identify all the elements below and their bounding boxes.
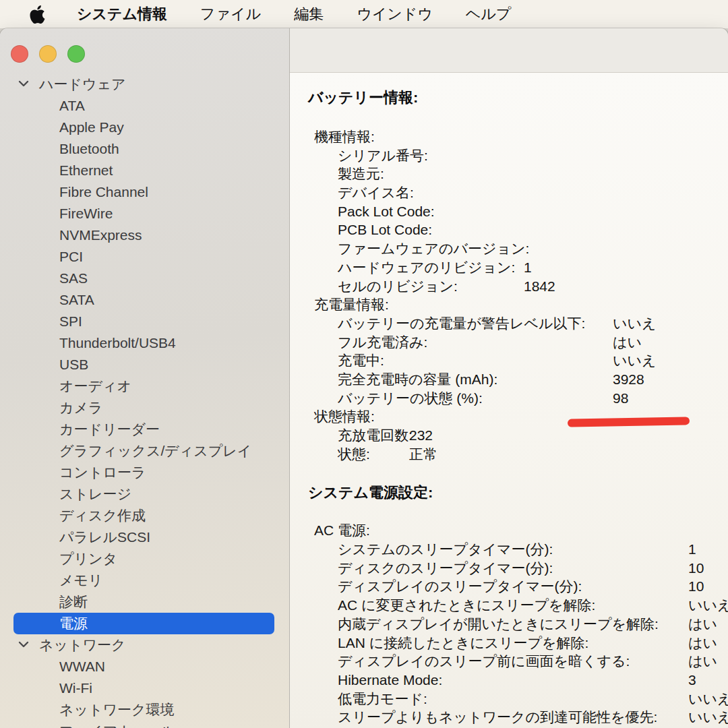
section-title: システム電源設定: xyxy=(290,483,728,502)
row-label: スリープよりもネットワークの到達可能性を優先: xyxy=(290,709,657,725)
row-label: 充放電回数: xyxy=(290,427,413,443)
sidebar-item-Fibre Channel[interactable]: Fibre Channel xyxy=(13,181,274,203)
sidebar-item-ファイアウォール[interactable]: ファイアウォール xyxy=(13,721,274,728)
sidebar-item-パラレルSCSI[interactable]: パラレルSCSI xyxy=(13,526,274,548)
menu-bar: システム情報 ファイル 編集 ウインドウ ヘルプ xyxy=(0,0,728,28)
report-row: LAN に接続したときにスリープを解除:はい xyxy=(290,634,728,653)
sidebar-item-SAS[interactable]: SAS xyxy=(13,268,274,289)
group-label: 状態情報: xyxy=(290,408,375,424)
sidebar-item-オーディオ[interactable]: オーディオ xyxy=(13,375,274,397)
sidebar-item-Thunderbolt/USB4[interactable]: Thunderbolt/USB4 xyxy=(13,332,274,354)
report-row: Hibernate Mode:3 xyxy=(290,671,728,690)
row-label: 内蔵ディスプレイが開いたときにスリープを解除: xyxy=(290,616,659,632)
report-row: 製造元: xyxy=(290,164,728,183)
report-row: 充放電回数:232 xyxy=(290,426,728,445)
row-value: 232 xyxy=(409,426,433,445)
menu-item-file[interactable]: ファイル xyxy=(200,4,261,24)
sidebar-item-カードリーダー[interactable]: カードリーダー xyxy=(13,419,274,440)
sidebar-item-ATA[interactable]: ATA xyxy=(13,95,274,117)
row-label: LAN に接続したときにスリープを解除: xyxy=(290,635,588,650)
sidebar-item-Ethernet[interactable]: Ethernet xyxy=(13,160,274,181)
sidebar-item-ストレージ[interactable]: ストレージ xyxy=(13,483,274,505)
apple-menu-icon[interactable] xyxy=(30,5,45,24)
group-label: AC 電源: xyxy=(290,522,370,538)
sidebar-item-ディスク作成[interactable]: ディスク作成 xyxy=(13,505,274,526)
report-row: ディスプレイのスリープ前に画面を暗くする:はい xyxy=(290,652,728,671)
report-row: バッテリーの充電量が警告レベル以下:いいえ xyxy=(290,314,728,333)
report-row: 完全充電時の容量 (mAh):3928 xyxy=(290,370,728,389)
section-title: バッテリー情報: xyxy=(290,88,728,107)
sidebar-item-グラフィックス/ディスプレイ[interactable]: グラフィックス/ディスプレイ xyxy=(13,440,274,462)
row-label: デバイス名: xyxy=(290,185,414,200)
sidebar-tree: ハードウェアATAApple PayBluetoothEthernetFibre… xyxy=(0,73,289,728)
sidebar-section-label: ハードウェア xyxy=(39,76,125,92)
sidebar-item-カメラ[interactable]: カメラ xyxy=(13,397,274,419)
sidebar-item-WWAN[interactable]: WWAN xyxy=(13,656,274,677)
row-label: ディスクのスリープタイマー(分): xyxy=(290,560,553,576)
sidebar-item-SATA[interactable]: SATA xyxy=(13,289,274,311)
row-label: セルのリビジョン: xyxy=(290,278,458,294)
row-value: はい xyxy=(613,333,642,352)
row-value: いいえ xyxy=(688,596,728,615)
report-row: バッテリーの状態 (%):98 xyxy=(290,389,728,408)
row-value: はい xyxy=(688,634,717,653)
minimize-button[interactable] xyxy=(39,45,57,63)
row-value: 正常 xyxy=(409,445,437,464)
menu-item-window[interactable]: ウインドウ xyxy=(357,4,433,24)
sidebar-item-コントローラ[interactable]: コントローラ xyxy=(13,462,274,483)
sidebar-item-PCI[interactable]: PCI xyxy=(13,246,274,268)
sidebar-item-メモリ[interactable]: メモリ xyxy=(13,570,274,591)
report-row: 内蔵ディスプレイが開いたときにスリープを解除:はい xyxy=(290,615,728,634)
row-label: 製造元: xyxy=(290,166,384,181)
row-value: いいえ xyxy=(613,351,656,370)
zoom-button[interactable] xyxy=(67,45,85,63)
report-row: システムのスリープタイマー(分):1 xyxy=(290,540,728,559)
sidebar-item-ネットワーク環境[interactable]: ネットワーク環境 xyxy=(13,699,274,721)
sidebar-item-SPI[interactable]: SPI xyxy=(13,311,274,332)
report-section-0: バッテリー情報:機種情報:シリアル番号:製造元:デバイス名:Pack Lot C… xyxy=(290,88,728,463)
chevron-down-icon xyxy=(18,80,29,87)
menu-item-edit[interactable]: 編集 xyxy=(294,4,324,24)
sidebar-item-プリンタ[interactable]: プリンタ xyxy=(13,548,274,570)
report-row: フル充電済み:はい xyxy=(290,333,728,352)
row-label: システムのスリープタイマー(分): xyxy=(290,541,553,557)
report-row: ハードウェアのリビジョン:1 xyxy=(290,258,728,277)
row-label: ファームウェアのバージョン: xyxy=(290,241,529,256)
sidebar-item-FireWire[interactable]: FireWire xyxy=(13,203,274,224)
row-label: ディスプレイのスリープタイマー(分): xyxy=(290,578,582,594)
row-label: バッテリーの状態 (%): xyxy=(290,390,483,406)
row-value: いいえ xyxy=(688,708,728,727)
menu-item-app[interactable]: システム情報 xyxy=(77,4,167,24)
sidebar-item-診断[interactable]: 診断 xyxy=(13,591,274,613)
sidebar-section-label: ネットワーク xyxy=(39,637,125,653)
report-row: シリアル番号: xyxy=(290,146,728,165)
report-row: セルのリビジョン:1842 xyxy=(290,277,728,296)
row-value: 1 xyxy=(524,258,532,277)
sidebar-item-電源[interactable]: 電源 xyxy=(13,613,274,634)
menu-item-help[interactable]: ヘルプ xyxy=(466,4,512,24)
row-label: フル充電済み: xyxy=(290,334,427,350)
sidebar-item-Apple Pay[interactable]: Apple Pay xyxy=(13,117,274,138)
sidebar-section-1[interactable]: ネットワーク xyxy=(13,634,274,656)
sidebar-item-Wi-Fi[interactable]: Wi-Fi xyxy=(13,677,274,699)
report-row: ファームウェアのバージョン: xyxy=(290,239,728,258)
report-row: ディスクのスリープタイマー(分):10 xyxy=(290,559,728,578)
row-label: AC に変更されたときにスリープを解除: xyxy=(290,597,595,613)
row-label: PCB Lot Code: xyxy=(290,222,432,237)
sidebar-item-USB[interactable]: USB xyxy=(13,354,274,375)
row-label: 状態: xyxy=(290,446,370,462)
close-button[interactable] xyxy=(11,45,28,63)
row-value: いいえ xyxy=(613,314,656,333)
row-value: 1842 xyxy=(524,277,555,296)
sidebar-item-NVMExpress[interactable]: NVMExpress xyxy=(13,224,274,246)
row-label: 完全充電時の容量 (mAh): xyxy=(290,371,497,387)
row-value: はい xyxy=(688,615,717,634)
row-label: Hibernate Mode: xyxy=(290,672,442,688)
sidebar-item-Bluetooth[interactable]: Bluetooth xyxy=(13,138,274,160)
group-label: 機種情報: xyxy=(290,129,375,144)
report-row: デバイス名: xyxy=(290,183,728,202)
row-value: 98 xyxy=(613,389,628,408)
row-value: 10 xyxy=(688,577,704,596)
report-row: PCB Lot Code: xyxy=(290,220,728,239)
sidebar-section-0[interactable]: ハードウェア xyxy=(13,73,274,95)
